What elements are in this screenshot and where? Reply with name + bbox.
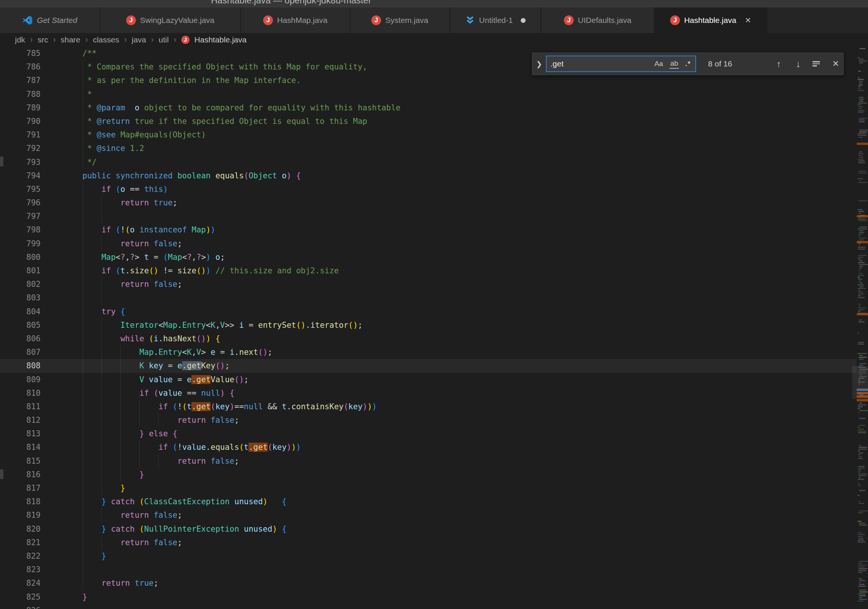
minimap-slider[interactable] (852, 366, 868, 399)
line-number[interactable]: 792 (0, 141, 40, 155)
tab-swinglazyvalue-java[interactable]: JSwingLazyValue.java (100, 8, 241, 33)
line-number[interactable]: 807 (0, 346, 40, 359)
line-number[interactable]: 810 (0, 386, 40, 400)
line-number[interactable]: 797 (0, 209, 40, 223)
line-number[interactable]: 787 (0, 74, 40, 87)
line-number[interactable]: 813 (0, 427, 40, 440)
line-number[interactable]: 795 (0, 183, 40, 196)
line-number[interactable]: 806 (0, 332, 40, 346)
line-number[interactable]: 824 (0, 576, 40, 590)
tab-system-java[interactable]: JSystem.java (350, 8, 450, 33)
line-number[interactable]: 823 (0, 563, 40, 576)
match-case-toggle[interactable]: Aa (654, 60, 663, 68)
line-number[interactable]: 816 (0, 468, 40, 481)
java-file-icon: J (371, 15, 381, 25)
line-number[interactable]: 812 (0, 414, 40, 427)
line-number[interactable]: 794 (0, 169, 40, 183)
minimap-code-line (859, 403, 862, 404)
minimap-code-line (859, 523, 865, 524)
minimap-code-line (859, 213, 860, 214)
toggle-replace-chevron-icon[interactable]: ❯ (534, 53, 544, 75)
line-number[interactable]: 821 (0, 536, 40, 549)
whole-word-toggle[interactable]: ab (670, 59, 679, 69)
code-line: 825 } (0, 590, 857, 604)
code-line: 816 } (0, 468, 857, 481)
breadcrumb-item-util[interactable]: util (159, 35, 169, 44)
breadcrumb-item-java[interactable]: java (132, 35, 146, 44)
minimap-code-line (858, 483, 859, 484)
line-number[interactable]: 818 (0, 495, 40, 508)
line-number[interactable]: 789 (0, 101, 40, 115)
code-text: return false; (64, 277, 182, 291)
line-number[interactable]: 793 (0, 155, 40, 169)
code-text: if (t.size() != size()) // this.size and… (64, 264, 339, 277)
minimap-code-line (859, 200, 867, 201)
line-number[interactable]: 803 (0, 291, 40, 305)
code-editor[interactable]: 785 /**786 * Compares the specified Obje… (0, 46, 857, 609)
minimap-code-line (857, 471, 860, 473)
find-in-selection-button[interactable] (809, 53, 824, 75)
code-text: Iterator<Map.Entry<K,V>> i = entrySet().… (64, 318, 363, 332)
line-number[interactable]: 786 (0, 60, 40, 74)
find-input[interactable] (547, 59, 654, 69)
line-number[interactable]: 814 (0, 440, 40, 454)
minimap-code-line (858, 77, 860, 78)
line-number[interactable]: 804 (0, 305, 40, 318)
minimap[interactable] (857, 46, 868, 609)
tab-hashmap-java[interactable]: JHashMap.java (241, 8, 350, 33)
minimap-code-line (859, 305, 861, 307)
line-number[interactable]: 815 (0, 454, 40, 468)
tab-uidefaults-java[interactable]: JUIDefaults.java (541, 8, 655, 33)
minimap-code-line (859, 48, 865, 49)
tab-get-started[interactable]: Get Started (0, 8, 100, 33)
line-number[interactable]: 820 (0, 522, 40, 536)
line-number[interactable]: 811 (0, 400, 40, 414)
minimap-code-line (858, 470, 861, 471)
breadcrumb-item-classes[interactable]: classes (93, 35, 119, 44)
line-number[interactable]: 796 (0, 196, 40, 209)
line-number[interactable]: 798 (0, 223, 40, 237)
code-text: try { (64, 305, 125, 318)
line-number[interactable]: 801 (0, 264, 40, 277)
breadcrumb-item-share[interactable]: share (61, 35, 81, 44)
line-number[interactable]: 799 (0, 237, 40, 250)
line-number[interactable]: 791 (0, 128, 40, 141)
next-match-button[interactable]: ↓ (790, 53, 806, 75)
line-number[interactable]: 825 (0, 590, 40, 604)
minimap-code-line (858, 106, 863, 107)
minimap-code-line (859, 180, 860, 181)
minimap-code-line (857, 228, 867, 229)
minimap-code-line (859, 62, 863, 64)
line-number[interactable]: 802 (0, 277, 40, 291)
line-number[interactable]: 817 (0, 481, 40, 495)
regex-toggle[interactable]: .* (685, 60, 691, 68)
code-text: Map.Entry<K,V> e = i.next(); (64, 346, 273, 359)
find-match-highlight: get (196, 375, 211, 384)
line-number[interactable]: 826 (0, 604, 40, 609)
line-number[interactable]: 808 (0, 359, 40, 372)
line-number[interactable]: 800 (0, 250, 40, 264)
minimap-code-line (858, 135, 866, 136)
breadcrumb-item-src[interactable]: src (37, 35, 48, 44)
line-number[interactable]: 819 (0, 508, 40, 522)
line-number[interactable]: 790 (0, 115, 40, 128)
line-number[interactable]: 805 (0, 318, 40, 332)
breadcrumb-item-jdk[interactable]: jdk (15, 35, 25, 44)
minimap-code-line (858, 273, 863, 274)
previous-match-button[interactable]: ↑ (771, 53, 786, 75)
line-number[interactable]: 788 (0, 87, 40, 101)
code-line: 805 Iterator<Map.Entry<K,V>> i = entrySe… (0, 318, 857, 332)
minimap-code-line (857, 277, 860, 278)
line-number[interactable]: 822 (0, 549, 40, 563)
line-number[interactable]: 785 (0, 46, 40, 60)
minimap-code-line (857, 218, 866, 220)
line-number[interactable]: 809 (0, 373, 40, 386)
code-line: 821 return false; (0, 536, 857, 549)
tab-hashtable-java[interactable]: JHashtable.java✕ (655, 8, 767, 33)
tab-untitled-1[interactable]: Untitled-1 (450, 8, 541, 33)
close-icon[interactable]: ✕ (745, 16, 751, 25)
code-line: 819 return false; (0, 508, 857, 522)
find-close-button[interactable]: ✕ (828, 53, 843, 75)
code-text: } (64, 549, 106, 563)
breadcrumb-item-hashtable-java[interactable]: Hashtable.java (194, 35, 246, 44)
